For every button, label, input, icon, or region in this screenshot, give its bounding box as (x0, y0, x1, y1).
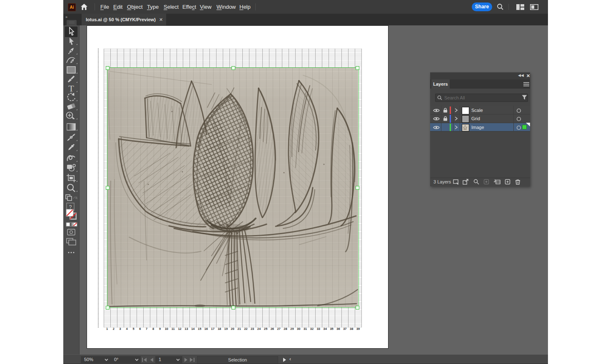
svg-text:T: T (68, 83, 74, 94)
